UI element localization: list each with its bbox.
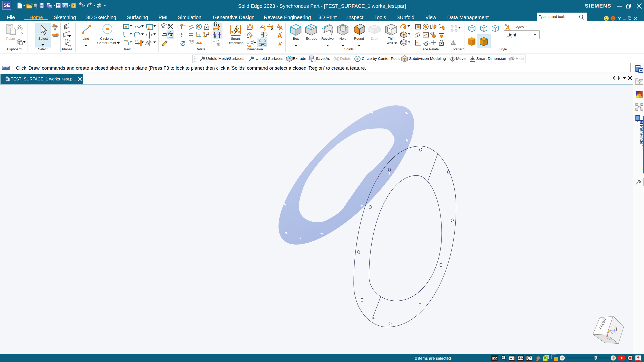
svg-text:y: y [69,40,70,42]
svg-text:Styles: Styles [514,25,524,29]
svg-text:Planes: Planes [62,47,72,51]
svg-text:Relate: Relate [195,47,205,51]
svg-text:Round: Round [354,37,364,40]
svg-text:x: x [70,44,71,47]
svg-text:Draw: Draw [123,47,131,51]
svg-text:Revolve: Revolve [321,37,334,40]
svg-text:A: A [277,24,280,27]
svg-text:Box: Box [293,37,299,40]
svg-text:Extrude: Extrude [306,37,317,40]
svg-text:z: z [67,38,68,41]
svg-text:Style: Style [499,47,507,51]
svg-text:Line: Line [83,37,89,40]
svg-text:Smart: Smart [231,37,240,40]
svg-text:Light: Light [506,32,516,37]
svg-text:Thin: Thin [388,37,394,40]
svg-text:Solids: Solids [344,47,354,51]
svg-text:Circle by: Circle by [100,37,113,40]
svg-text:Hole: Hole [339,37,346,40]
svg-text:Select: Select [38,47,48,51]
svg-text:Clipboard: Clipboard [7,47,22,51]
svg-text:?: ? [618,16,621,21]
svg-text:Dimension: Dimension [227,41,244,45]
svg-text:Wall: Wall [386,41,393,45]
svg-text:2: 2 [203,59,205,62]
svg-text:?: ? [638,79,641,85]
svg-text:Center Point: Center Point [97,41,116,45]
svg-text:Paste: Paste [6,37,15,40]
svg-text:Select: Select [38,37,48,40]
svg-text:Dimension: Dimension [247,47,263,51]
svg-text:Face Relate: Face Relate [421,47,439,51]
svg-text:Draft: Draft [371,37,378,40]
svg-text:Pattern: Pattern [453,47,464,51]
svg-text:1: 1 [252,59,254,62]
svg-text:A: A [505,23,507,27]
